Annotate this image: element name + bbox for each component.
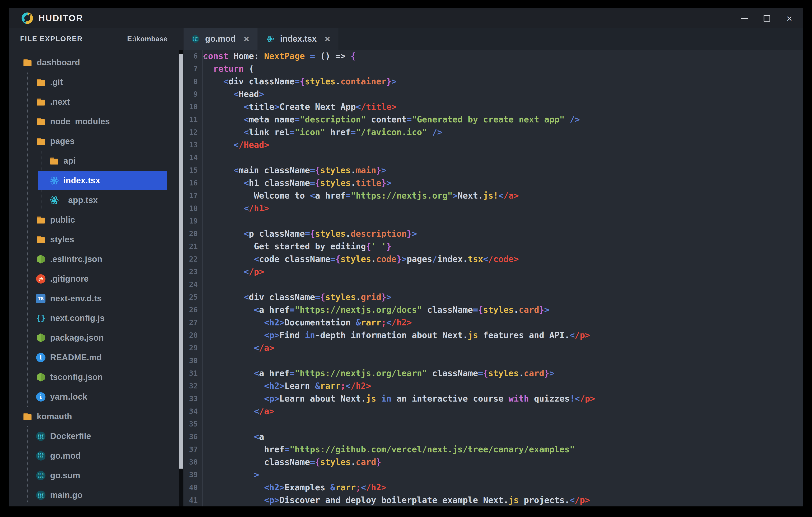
tree-item-label: public <box>50 215 75 225</box>
tree-item-.next[interactable]: .next <box>9 92 183 112</box>
code-line-33[interactable]: 33 <p>Learn about Next.js in an interact… <box>183 392 803 405</box>
code-editor[interactable]: 6const Home: NextPage = () => {7 return … <box>183 50 803 507</box>
tab-label: go.mod <box>205 34 236 44</box>
tree-item-index.tsx[interactable]: index.tsx <box>9 171 183 190</box>
sidebar-scrollbar[interactable] <box>179 50 183 507</box>
sidebar-scrollbar-thumb[interactable] <box>179 54 183 468</box>
code-text: return ( <box>202 62 254 75</box>
line-number: 13 <box>183 141 202 149</box>
node-icon <box>36 373 46 382</box>
code-text <box>202 354 203 367</box>
code-line-17[interactable]: 17 Welcome to <a href="https://nextjs.or… <box>183 189 803 202</box>
tree-item-.git[interactable]: .git <box>9 72 183 92</box>
code-line-30[interactable]: 30 <box>183 354 803 367</box>
tree-item-pages[interactable]: pages <box>9 131 183 151</box>
code-line-16[interactable]: 16 <h1 className={styles.title}> <box>183 177 803 189</box>
tree-item-package.json[interactable]: package.json <box>9 328 183 348</box>
maximize-button[interactable] <box>762 13 772 23</box>
line-number: 24 <box>183 280 202 289</box>
code-text: <div className={styles.grid}> <box>202 291 392 304</box>
code-line-18[interactable]: 18 </h1> <box>183 202 803 214</box>
tree-item-dashboard[interactable]: dashboard <box>9 53 183 72</box>
sidebar: FILE EXPLORER E:\kombase dashboard.git.n… <box>9 28 183 507</box>
code-line-23[interactable]: 23 </p> <box>183 265 803 278</box>
tree-item-yarn.lock[interactable]: iyarn.lock <box>9 387 183 407</box>
line-number: 11 <box>183 115 202 124</box>
tree-item-label: komauth <box>37 412 72 421</box>
line-number: 37 <box>183 445 202 454</box>
code-line-26[interactable]: 26 <a href="https://nextjs.org/docs" cla… <box>183 304 803 316</box>
app-logo-icon <box>22 12 33 24</box>
code-line-21[interactable]: 21 Get started by editing{' '} <box>183 240 803 253</box>
tree-item-label: Dockerfile <box>50 431 91 441</box>
tree-item-komauth[interactable]: komauth <box>9 407 183 426</box>
code-line-41[interactable]: 41 <p>Discover and deploy boilerplate ex… <box>183 494 803 507</box>
code-line-22[interactable]: 22 <code className={styles.code}>pages/i… <box>183 253 803 265</box>
code-text: <p>Discover and deploy boilerplate examp… <box>202 494 590 507</box>
code-text: <a href="https://nextjs.org/docs" classN… <box>202 304 549 316</box>
code-line-40[interactable]: 40 <h2>Examples &rarr;</h2> <box>183 481 803 494</box>
code-line-12[interactable]: 12 <link rel="icon" href="/favicon.ico" … <box>183 126 803 139</box>
code-line-24[interactable]: 24 <box>183 278 803 291</box>
code-text <box>202 278 203 291</box>
code-line-31[interactable]: 31 <a href="https://nextjs.org/learn" cl… <box>183 367 803 379</box>
braces-icon: {} <box>36 314 46 323</box>
code-line-15[interactable]: 15 <main className={styles.main}> <box>183 164 803 177</box>
app-window: HUDITOR ✕ FILE EXPLORER E:\kombase dashb… <box>9 8 803 507</box>
tree-item-main.go[interactable]: 010101main.go <box>9 485 183 505</box>
code-line-27[interactable]: 27 <h2>Documentation &rarr;</h2> <box>183 316 803 329</box>
code-text: <Head> <box>202 88 264 100</box>
code-line-32[interactable]: 32 <h2>Learn &rarr;</h2> <box>183 379 803 392</box>
code-line-39[interactable]: 39 > <box>183 468 803 481</box>
tree-item-public[interactable]: public <box>9 210 183 230</box>
tree-item-next.config.js[interactable]: {}next.config.js <box>9 308 183 328</box>
tree-item-node_modules[interactable]: node_modules <box>9 112 183 131</box>
code-line-34[interactable]: 34 </a> <box>183 405 803 418</box>
react-blue-icon <box>50 176 59 185</box>
code-line-13[interactable]: 13 </Head> <box>183 139 803 151</box>
tree-item-Dockerfile[interactable]: 010101Dockerfile <box>9 426 183 446</box>
code-line-7[interactable]: 7 return ( <box>183 62 803 75</box>
code-text: <h2>Documentation &rarr;</h2> <box>202 316 412 329</box>
tree-item-_app.tsx[interactable]: _app.tsx <box>9 190 183 210</box>
code-line-38[interactable]: 38 className={styles.card} <box>183 456 803 468</box>
code-line-6[interactable]: 6const Home: NextPage = () => { <box>183 50 803 62</box>
line-number: 27 <box>183 318 202 327</box>
code-line-8[interactable]: 8 <div className={styles.container}> <box>183 75 803 88</box>
minimize-button[interactable] <box>740 13 749 23</box>
code-line-36[interactable]: 36 <a <box>183 430 803 443</box>
code-line-11[interactable]: 11 <meta name="description" content="Gen… <box>183 113 803 126</box>
tree-item-styles[interactable]: styles <box>9 230 183 249</box>
code-line-25[interactable]: 25 <div className={styles.grid}> <box>183 291 803 304</box>
tree-item-.gitignore[interactable]: git.gitignore <box>9 269 183 289</box>
tab-index-tsx[interactable]: index.tsx × <box>258 28 339 50</box>
line-number: 31 <box>183 369 202 377</box>
tree-item-next-env.d.ts[interactable]: TSnext-env.d.ts <box>9 289 183 308</box>
code-line-10[interactable]: 10 <title>Create Next App</title> <box>183 100 803 113</box>
code-line-14[interactable]: 14 <box>183 151 803 164</box>
code-line-35[interactable]: 35 <box>183 418 803 430</box>
line-number: 36 <box>183 432 202 441</box>
react-cyan-icon <box>50 196 59 205</box>
folder-icon <box>36 137 46 146</box>
close-button[interactable]: ✕ <box>785 13 794 23</box>
code-line-37[interactable]: 37 href="https://github.com/vercel/next.… <box>183 443 803 456</box>
tree-item-tsconfig.json[interactable]: tsconfig.json <box>9 367 183 387</box>
code-line-19[interactable]: 19 <box>183 214 803 227</box>
code-line-20[interactable]: 20 <p className={styles.description}> <box>183 227 803 240</box>
git-icon: git <box>36 274 46 284</box>
tree-item-go.mod[interactable]: 010101go.mod <box>9 446 183 466</box>
code-text <box>202 151 203 164</box>
tree-item-api[interactable]: api <box>9 151 183 171</box>
tree-item-README.md[interactable]: iREADME.md <box>9 348 183 367</box>
editor-area: 010101 go.mod × index.tsx × 6const Home:… <box>183 28 803 507</box>
tree-item-.eslintrc.json[interactable]: .eslintrc.json <box>9 249 183 269</box>
tree-item-go.sum[interactable]: 010101go.sum <box>9 466 183 485</box>
code-line-29[interactable]: 29 </a> <box>183 342 803 354</box>
code-text: </Head> <box>202 139 269 151</box>
code-line-9[interactable]: 9 <Head> <box>183 88 803 100</box>
tab-close-icon[interactable]: × <box>325 35 330 43</box>
tab-go-mod[interactable]: 010101 go.mod × <box>183 28 258 50</box>
code-line-28[interactable]: 28 <p>Find in-depth information about Ne… <box>183 329 803 342</box>
tab-close-icon[interactable]: × <box>243 35 249 43</box>
